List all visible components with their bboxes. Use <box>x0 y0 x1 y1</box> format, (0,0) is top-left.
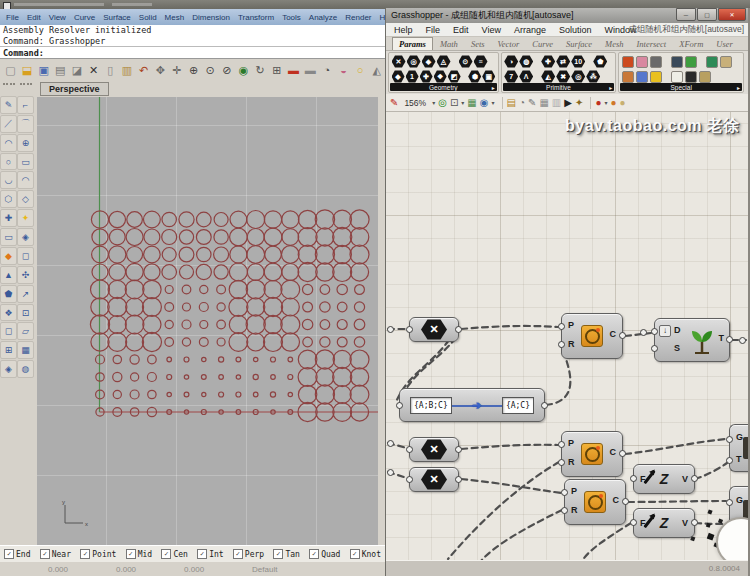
rhino-side-icon[interactable]: ◈ <box>17 228 34 246</box>
gh-node-mult-c[interactable]: ✕ <box>409 467 459 492</box>
canvas-toolbar-icon[interactable]: ✎ <box>390 97 398 108</box>
canvas-toolbar-icon[interactable]: ▥ <box>552 97 561 108</box>
gh-component-icon[interactable]: ✚ <box>420 70 433 83</box>
gh-tab-curve[interactable]: Curve <box>526 38 559 50</box>
rhino-toolbar-icon[interactable]: ⊕ <box>185 60 202 80</box>
gh-component-icon[interactable] <box>622 56 634 68</box>
osnap-tan[interactable]: ✓Tan <box>273 549 299 559</box>
dropdown-caret-icon[interactable]: ▾ <box>604 99 607 106</box>
rhino-side-icon[interactable]: ◇ <box>17 190 34 208</box>
gh-node-circle-2[interactable]: P R C <box>561 431 623 477</box>
rhino-side-icon[interactable]: ▲ <box>0 266 17 284</box>
input-grip[interactable] <box>558 323 565 330</box>
rhino-side-icon[interactable]: ◈ <box>0 360 17 378</box>
gh-menu-view[interactable]: View <box>482 25 501 35</box>
gh-tab-sets[interactable]: Sets <box>465 38 491 50</box>
canvas-toolbar-icon[interactable]: ● <box>595 97 601 108</box>
rhino-toolbar-icon[interactable]: ▯ <box>102 60 119 80</box>
osnap-quad[interactable]: ✓Quad <box>309 549 340 559</box>
wire-grip[interactable] <box>387 326 394 333</box>
rhino-toolbar-icon[interactable]: ✛ <box>169 60 186 80</box>
gh-menu-arrange[interactable]: Arrange <box>514 25 546 35</box>
input-grip[interactable] <box>406 476 413 483</box>
canvas-toolbar-icon[interactable]: ✦ <box>575 97 583 108</box>
gh-tab-mesh[interactable]: Mesh <box>599 38 629 50</box>
gh-component-icon[interactable]: ◎ <box>571 70 585 83</box>
rhino-toolbar-icon[interactable]: ▬ <box>302 60 319 80</box>
gh-component-icon[interactable] <box>622 71 634 83</box>
rhino-toolbar-icon[interactable]: ◪ <box>69 60 86 80</box>
gh-wire[interactable] <box>625 439 726 454</box>
canvas-toolbar-icon[interactable]: ▤ <box>507 97 516 108</box>
osnap-point[interactable]: ✓Point <box>80 549 116 559</box>
gh-component-icon[interactable]: ◎ <box>407 55 421 68</box>
osnap-end[interactable]: ✓End <box>4 549 30 559</box>
rhino-menu-curve[interactable]: Curve <box>70 13 99 22</box>
gh-wire[interactable] <box>448 462 559 559</box>
gh-component-icon[interactable]: 10 <box>571 55 585 68</box>
output-grip[interactable] <box>619 450 626 457</box>
gh-component-icon[interactable]: ◍ <box>519 55 533 68</box>
gh-component-icon[interactable]: ❖ <box>434 70 447 83</box>
canvas-zoom-level[interactable]: 156% <box>401 97 429 109</box>
gh-component-icon[interactable]: ✚ <box>541 55 555 68</box>
osnap-knot[interactable]: ✓Knot <box>350 549 381 559</box>
canvas-toolbar-icon[interactable]: ✎ <box>528 97 536 108</box>
input-grip[interactable] <box>726 457 733 464</box>
canvas-toolbar-icon[interactable]: ◔ <box>519 97 525 108</box>
rhino-side-icon[interactable]: ◡ <box>0 171 17 189</box>
gh-component-icon[interactable] <box>671 71 683 83</box>
input-grip[interactable] <box>406 446 413 453</box>
rhino-side-icon[interactable]: ◻ <box>0 322 17 340</box>
wire-grip[interactable] <box>387 469 394 476</box>
gh-wire[interactable] <box>695 463 727 479</box>
gh-menu-solution[interactable]: Solution <box>559 25 592 35</box>
canvas-toolbar-icon[interactable]: ▦ <box>467 97 476 108</box>
rhino-side-icon[interactable]: ▭ <box>0 228 17 246</box>
gh-component-icon[interactable] <box>699 71 711 83</box>
expand-arrow-icon[interactable]: ▸ <box>737 84 740 91</box>
gh-component-icon[interactable]: ⇄ <box>556 55 570 68</box>
gh-group-label-primitive[interactable]: Primitive▸ <box>503 83 615 91</box>
input-grip[interactable] <box>726 436 733 443</box>
checkbox-checked-icon[interactable]: ✓ <box>197 549 207 559</box>
rhino-menu-analyze[interactable]: Analyze <box>305 13 341 22</box>
osnap-near[interactable]: ✓Near <box>40 549 71 559</box>
rhino-side-icon[interactable]: ✚ <box>0 209 17 227</box>
rhino-toolbar-icon[interactable]: ◔ <box>318 60 335 80</box>
gh-component-icon[interactable]: ◈ <box>422 55 436 68</box>
rhino-side-icon[interactable]: ○ <box>0 153 17 171</box>
gh-tab-intersect[interactable]: Intersect <box>630 38 672 50</box>
gh-node-mult-a[interactable]: ✕ <box>409 317 459 342</box>
input-grip[interactable] <box>651 345 658 352</box>
gh-tab-xform[interactable]: XForm <box>673 38 709 50</box>
rhino-toolbar-icon[interactable]: ◉ <box>235 60 252 80</box>
output-grip[interactable] <box>455 326 462 333</box>
input-grip[interactable] <box>630 475 637 482</box>
canvas-toolbar-icon[interactable]: ● <box>610 97 616 108</box>
dropdown-caret-icon[interactable]: ▾ <box>491 99 494 106</box>
gh-component-icon[interactable]: ◭ <box>541 70 555 83</box>
rhino-side-icon[interactable]: ❖ <box>0 304 17 322</box>
gh-component-icon[interactable] <box>650 71 662 83</box>
checkbox-checked-icon[interactable]: ✓ <box>126 549 136 559</box>
rhino-side-icon[interactable]: ⌒ <box>17 115 34 133</box>
gh-menu-edit[interactable]: Edit <box>453 25 469 35</box>
rhino-command-prompt[interactable]: Command: <box>0 47 385 59</box>
output-grip[interactable] <box>622 498 629 505</box>
input-grip[interactable] <box>406 326 413 333</box>
rhino-side-icon[interactable]: ▦ <box>17 341 34 359</box>
gh-component-icon[interactable] <box>636 56 648 68</box>
osnap-int[interactable]: ✓Int <box>197 549 223 559</box>
checkbox-checked-icon[interactable]: ✓ <box>80 549 90 559</box>
rhino-viewport[interactable]: y x <box>37 97 378 545</box>
gh-tab-surface[interactable]: Surface <box>560 38 598 50</box>
gh-tab-params[interactable]: Params <box>392 37 433 50</box>
canvas-toolbar-icon[interactable]: ⊡ <box>450 97 458 108</box>
osnap-perp[interactable]: ✓Perp <box>233 549 264 559</box>
gh-component-icon[interactable] <box>685 56 697 68</box>
output-grip[interactable] <box>455 476 462 483</box>
rhino-side-icon[interactable]: ◻ <box>17 247 34 265</box>
canvas-toolbar-icon[interactable]: ◉ <box>480 97 489 108</box>
wire-grip[interactable] <box>739 337 746 344</box>
